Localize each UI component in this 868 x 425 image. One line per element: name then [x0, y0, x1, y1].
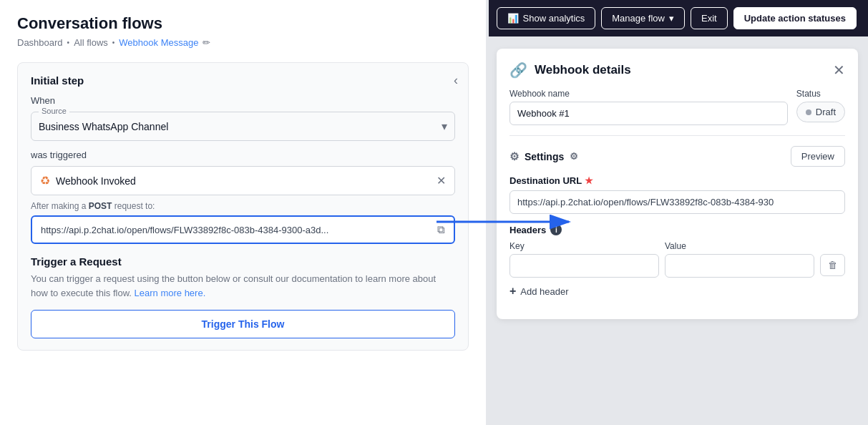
settings-header: ⚙ Settings ⚙ Preview [509, 146, 845, 167]
add-header-button[interactable]: + Add header [509, 285, 569, 298]
learn-more-link[interactable]: Learn more here. [135, 288, 206, 298]
chevron-down-icon: ▾ [669, 13, 674, 24]
breadcrumb: Dashboard • All flows • Webhook Message … [17, 37, 469, 48]
initial-step-panel: Initial step ‹ When Source Business What… [17, 62, 469, 351]
webhook-invoked-close-button[interactable]: ✕ [437, 174, 446, 187]
status-value: Draft [816, 107, 836, 117]
update-action-statuses-button[interactable]: Update action statuses [733, 7, 857, 29]
settings-section: ⚙ Settings ⚙ Preview Destination URL ★ H… [509, 135, 845, 298]
header-kv-row: Key Value 🗑 [509, 241, 845, 278]
status-field: Status Draft [796, 89, 845, 122]
url-box: https://api.p.2chat.io/open/flows/FLW338… [31, 215, 455, 244]
key-field: Key [509, 241, 659, 278]
url-value: https://api.p.2chat.io/open/flows/FLW338… [41, 225, 431, 235]
status-badge[interactable]: Draft [796, 102, 845, 122]
status-label: Status [796, 89, 845, 99]
breadcrumb-dashboard[interactable]: Dashboard [17, 37, 63, 48]
preview-button[interactable]: Preview [791, 146, 845, 167]
webhook-details-close-button[interactable]: ✕ [833, 62, 845, 79]
value-input[interactable] [665, 254, 814, 278]
settings-gear-icon: ⚙ [509, 150, 519, 163]
exit-button[interactable]: Exit [691, 7, 728, 29]
settings-gear-small-icon: ⚙ [570, 151, 578, 162]
settings-label: Settings [525, 151, 564, 162]
breadcrumb-dot-1: • [67, 39, 70, 47]
source-value: Business WhatsApp Channel [39, 121, 168, 132]
destination-url-label: Destination URL ★ [509, 175, 845, 186]
source-label: Source [39, 107, 69, 115]
plus-icon: + [509, 285, 516, 298]
destination-url-input[interactable] [509, 190, 845, 214]
webhook-details-icon: 🔗 [509, 62, 527, 79]
webhook-details-panel: 🔗 Webhook details ✕ Webhook name Status … [497, 49, 858, 319]
webhook-invoked-label: Webhook Invoked [56, 175, 136, 187]
delete-header-button[interactable]: 🗑 [820, 254, 845, 276]
when-label: When [31, 95, 455, 106]
initial-step-title: Initial step [31, 74, 455, 87]
headers-label: Headers i [509, 224, 845, 235]
page-title: Conversation flows [17, 14, 469, 33]
settings-title-row: ⚙ Settings ⚙ [509, 150, 578, 163]
post-label-prefix: After making a [31, 201, 89, 211]
status-dot [806, 109, 811, 115]
webhook-icon: ♻ [40, 174, 50, 187]
webhook-name-field: Webhook name [509, 89, 788, 125]
was-triggered-label: was triggered [31, 150, 455, 160]
collapse-button[interactable]: ‹ [454, 73, 458, 88]
source-field: Source Business WhatsApp Channel ▾ [31, 112, 455, 141]
webhook-name-status-row: Webhook name Status Draft [509, 89, 845, 125]
key-input[interactable] [509, 254, 659, 278]
webhook-details-title: Webhook details [535, 63, 631, 77]
webhook-details-title-row: 🔗 Webhook details [509, 62, 631, 79]
post-method: POST [89, 201, 112, 211]
chevron-down-icon: ▾ [442, 119, 447, 133]
show-analytics-button[interactable]: 📊 Show analytics [497, 7, 596, 29]
webhook-invoked-inner: ♻ Webhook Invoked [40, 174, 136, 187]
analytics-icon: 📊 [507, 13, 519, 24]
edit-icon[interactable]: ✏ [203, 37, 210, 48]
webhook-invoked-box: ♻ Webhook Invoked ✕ [31, 166, 455, 195]
value-label: Value [665, 241, 814, 251]
required-star: ★ [585, 175, 593, 186]
info-icon: i [550, 224, 562, 235]
breadcrumb-dot-2: • [112, 39, 115, 47]
webhook-name-label: Webhook name [509, 89, 788, 99]
copy-icon[interactable]: ⧉ [437, 223, 445, 236]
trash-icon: 🗑 [828, 260, 837, 270]
trigger-desc: You can trigger a request using the butt… [31, 272, 455, 300]
webhook-details-header: 🔗 Webhook details ✕ [509, 62, 845, 79]
breadcrumb-current[interactable]: Webhook Message [119, 37, 198, 48]
right-area: 📊 Show analytics Manage flow ▾ Exit Upda… [487, 0, 868, 425]
trigger-section-title: Trigger a Request [31, 255, 455, 268]
value-field: Value [665, 241, 814, 278]
post-label: After making a POST request to: [31, 201, 455, 211]
top-bar: 📊 Show analytics Manage flow ▾ Exit Upda… [489, 0, 868, 36]
post-label-suffix: request to: [112, 201, 155, 211]
key-label: Key [509, 241, 659, 251]
manage-flow-button[interactable]: Manage flow ▾ [601, 7, 685, 29]
webhook-name-input[interactable] [509, 102, 788, 125]
breadcrumb-all-flows[interactable]: All flows [74, 37, 108, 48]
source-select[interactable]: Business WhatsApp Channel ▾ [39, 112, 447, 140]
trigger-flow-button[interactable]: Trigger This Flow [31, 310, 455, 338]
